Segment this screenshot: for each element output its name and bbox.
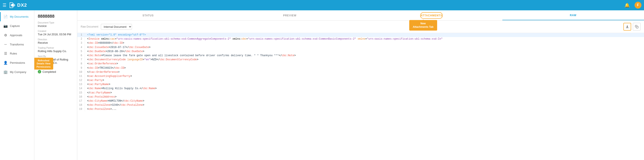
code-line: 10 </cac:OrderReference> <box>77 70 644 74</box>
code-content: <cac:Party> <box>87 78 644 83</box>
code-line: 15 </cac:PartyName> <box>77 91 644 95</box>
code-line: 17 <cbc:CityName>HAMILTON</cbc:CityName> <box>77 99 644 103</box>
sidebar-item-label: Approvals <box>10 34 22 37</box>
code-line: 2<Invoice xmlns:cac="urn:oasis:names:spe… <box>77 37 644 41</box>
direction-label: Direction <box>38 38 74 41</box>
notification-bell-icon[interactable]: 🔔 <box>624 3 630 8</box>
rules-icon: ☰ <box>4 51 8 56</box>
tab-raw[interactable]: RAW <box>502 11 644 20</box>
sidebar-item-label: Transforms <box>10 43 24 46</box>
line-number: 18 <box>77 103 85 107</box>
main-content: STATUS PREVIEW ATTACHMENTS NewAttachment… <box>77 10 644 160</box>
line-number: 14 <box>77 87 85 91</box>
sidebar-item-label: Capture <box>10 24 20 28</box>
code-line: 7 <cbc:DocumentCurrencyCode languageID="… <box>77 58 644 62</box>
created-label: Created <box>38 30 74 32</box>
refreshed-details-annotation: RefreshedDetails ViewPermissions <box>34 58 53 69</box>
user-avatar[interactable]: F <box>634 2 642 9</box>
status-value: Completed <box>42 70 56 73</box>
line-number: 6 <box>77 54 85 58</box>
code-content: <cac:PartyName> <box>87 83 644 87</box>
sidebar-item-label: My Company <box>10 70 26 74</box>
raw-actions: DownloadButton <box>624 23 640 31</box>
my-company-icon: 🏢 <box>4 70 8 74</box>
code-content: <cbc:IssueDate>2018-07-17</cbc:IssueDate… <box>87 45 644 49</box>
download-button[interactable] <box>624 23 631 31</box>
line-number: 15 <box>77 91 85 95</box>
line-number: 7 <box>77 58 85 62</box>
tab-attachments[interactable]: ATTACHMENTS <box>420 12 443 19</box>
code-content: <cbc:ID>TRC34823</cbc:ID> <box>87 66 644 70</box>
code-line: 9 <cbc:ID>TRC34823</cbc:ID> <box>77 66 644 70</box>
sent-by-label: Sent By <box>38 55 74 57</box>
top-navigation: ☰ DX2 🔔 F <box>0 0 644 10</box>
code-content: <cbc:DueDate>2018-08-28</cbc:DueDate> <box>87 49 644 54</box>
code-content: <Invoice xmlns:cac="urn:oasis:names:spec… <box>87 37 644 41</box>
status-circle-icon: ✓ <box>38 70 41 73</box>
code-content: <cbc:ID>8888888</cbc:ID> <box>87 41 644 45</box>
logo-text: DX2 <box>17 2 27 8</box>
tab-attachments-container: ATTACHMENTS NewAttachments Tab <box>361 11 502 20</box>
sidebar-item-permissions[interactable]: 👤 Permissions <box>0 58 34 67</box>
details-panel: RefreshedDetails ViewPermissions 8888888… <box>34 10 77 160</box>
main-layout: 📄 My Documents 📷 Capture ⚙ Approvals ↔ T… <box>0 10 644 160</box>
trading-partner-label: Trading Partner <box>38 46 74 49</box>
raw-document-select[interactable]: Internal Document <box>101 24 132 30</box>
line-number: 11 <box>77 74 85 78</box>
code-content: <cbc:DocumentCurrencyCode languageID="en… <box>87 58 644 62</box>
code-content: <?xml version="1.0" encoding="utf-8"?> <box>87 33 644 37</box>
code-view[interactable]: 1<?xml version="1.0" encoding="utf-8"?>2… <box>77 33 644 160</box>
document-type-label: Document Type <box>38 21 74 24</box>
code-line: 12 <cac:Party> <box>77 78 644 83</box>
permissions-icon: 👤 <box>4 61 8 65</box>
transforms-icon: ↔ <box>4 42 8 46</box>
code-line: 1<?xml version="1.0" encoding="utf-8"?> <box>77 33 644 37</box>
sidebar-item-label: My Documents <box>10 15 28 18</box>
sidebar-item-my-company[interactable]: 🏢 My Company <box>0 67 34 77</box>
sidebar-item-my-documents[interactable]: 📄 My Documents <box>0 12 34 21</box>
my-documents-icon: 📄 <box>4 15 8 19</box>
new-attachments-annotation: NewAttachments Tab <box>409 20 437 31</box>
trading-partner-value: Rolling Hills Supply Co. <box>38 49 74 53</box>
sidebar-item-rules[interactable]: ☰ Rules <box>0 49 34 58</box>
tab-preview[interactable]: PREVIEW <box>219 11 360 20</box>
code-line: 13 <cac:PartyName> <box>77 83 644 87</box>
sidebar-item-capture[interactable]: 📷 Capture <box>0 21 34 31</box>
copy-button[interactable] <box>633 23 640 31</box>
code-content: <cbc:CityName>HAMILTON</cbc:CityName> <box>87 99 644 103</box>
code-content: </cac:OrderReference> <box>87 70 644 74</box>
line-number: 16 <box>77 95 85 99</box>
code-line: 11 <cac:AccountingSupplierParty> <box>77 74 644 78</box>
sidebar-item-approvals[interactable]: ⚙ Approvals <box>0 31 34 40</box>
line-number: 2 <box>77 37 85 41</box>
raw-area: Raw Document Internal Document DownloadB… <box>77 21 644 160</box>
line-number: 19 <box>77 107 85 111</box>
sidebar-item-label: Rules <box>10 52 17 55</box>
code-line: 16 <cac:PostalAddress> <box>77 95 644 99</box>
code-line: 8 <cac:OrderReference> <box>77 62 644 66</box>
line-number: 12 <box>77 78 85 83</box>
tab-status[interactable]: STATUS <box>77 11 219 20</box>
code-content: <cac:PostalAddress> <box>87 95 644 99</box>
line-number: 5 <box>77 49 85 54</box>
code-content: <cbc:Note>Please leave the farm gate ope… <box>87 54 644 58</box>
line-number: 3 <box>77 41 85 45</box>
capture-icon: 📷 <box>4 24 8 28</box>
logo: DX2 <box>9 2 27 9</box>
sidebar-item-transforms[interactable]: ↔ Transforms <box>0 40 34 49</box>
line-number: 10 <box>77 70 85 74</box>
code-content: <cac:OrderReference> <box>87 62 644 66</box>
code-line: 19 <cbc:PostalZone>... <box>77 107 644 111</box>
code-line: 6 <cbc:Note>Please leave the farm gate o… <box>77 54 644 58</box>
line-number: 9 <box>77 66 85 70</box>
line-number: 4 <box>77 45 85 49</box>
code-line: 14 <cbc:Name>Rolling Hills Supply Co.</c… <box>77 87 644 91</box>
line-number: 17 <box>77 99 85 103</box>
document-type-value: Invoice <box>38 24 74 28</box>
svg-rect-0 <box>636 26 638 28</box>
code-content: <cbc:PostalZone>... <box>87 107 644 111</box>
line-number: 8 <box>77 62 85 66</box>
approvals-icon: ⚙ <box>4 33 8 37</box>
raw-toolbar: Raw Document Internal Document DownloadB… <box>77 21 644 33</box>
hamburger-menu-icon[interactable]: ☰ <box>2 3 6 8</box>
